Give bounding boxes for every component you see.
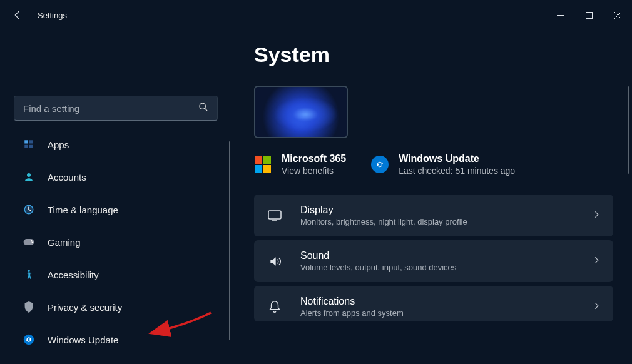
bell-icon xyxy=(267,299,283,315)
sidebar-scrollbar[interactable] xyxy=(229,141,230,340)
card-subtitle: Alerts from apps and system xyxy=(300,308,574,318)
maximize-button[interactable] xyxy=(574,5,603,25)
svg-rect-1 xyxy=(586,12,592,18)
app-title: Settings xyxy=(38,11,67,20)
card-subtitle: Volume levels, output, input, sound devi… xyxy=(300,263,574,272)
close-icon xyxy=(614,12,621,19)
main-content: System Microsoft 365 View benefits Windo… xyxy=(232,30,632,364)
sidebar-item-label: Windows Update xyxy=(48,335,118,345)
accounts-icon xyxy=(23,171,35,183)
microsoft365-block[interactable]: Microsoft 365 View benefits xyxy=(254,153,346,176)
apps-icon xyxy=(23,138,35,151)
main-scrollbar[interactable] xyxy=(628,86,629,174)
titlebar-left: Settings xyxy=(8,5,67,25)
chevron-right-icon xyxy=(592,210,601,221)
svg-point-15 xyxy=(28,270,30,272)
svg-point-14 xyxy=(32,242,34,244)
sidebar-item-windows-update[interactable]: Windows Update xyxy=(14,327,218,352)
sidebar-item-label: Gaming xyxy=(48,237,81,248)
card-sound[interactable]: Sound Volume levels, output, input, soun… xyxy=(254,240,613,282)
chevron-right-icon xyxy=(592,256,601,267)
clock-globe-icon xyxy=(23,203,35,216)
shield-icon xyxy=(23,301,35,313)
close-button[interactable] xyxy=(603,5,632,25)
display-icon xyxy=(267,208,283,224)
sound-icon xyxy=(267,253,283,270)
back-arrow-icon xyxy=(12,9,23,21)
back-button[interactable] xyxy=(8,5,28,25)
svg-point-13 xyxy=(31,240,33,242)
user-block xyxy=(14,30,218,96)
svg-point-16 xyxy=(24,335,34,345)
search-box[interactable] xyxy=(14,96,218,121)
windows-update-block[interactable]: Windows Update Last checked: 51 minutes … xyxy=(371,153,515,176)
search-input[interactable] xyxy=(23,103,198,114)
card-notifications[interactable]: Notifications Alerts from apps and syste… xyxy=(254,286,613,321)
update-icon xyxy=(23,333,35,346)
sidebar-item-apps[interactable]: Apps xyxy=(14,132,218,157)
wallpaper-preview-row xyxy=(254,86,613,138)
titlebar: Settings xyxy=(0,0,632,30)
accessibility-icon xyxy=(23,268,35,281)
sidebar-item-gaming[interactable]: Gaming xyxy=(14,230,218,255)
svg-rect-6 xyxy=(24,140,28,143)
sidebar-item-label: Accessibility xyxy=(48,270,99,280)
svg-rect-9 xyxy=(29,145,33,148)
window-controls xyxy=(546,5,632,25)
settings-cards: Display Monitors, brightness, night ligh… xyxy=(254,195,613,321)
windows-update-subtitle: Last checked: 51 minutes ago xyxy=(399,166,515,176)
microsoft365-title: Microsoft 365 xyxy=(282,153,346,164)
microsoft365-subtitle: View benefits xyxy=(282,166,346,176)
svg-point-10 xyxy=(27,173,31,177)
minimize-icon xyxy=(557,12,564,19)
sidebar-item-privacy-security[interactable]: Privacy & security xyxy=(14,295,218,320)
search-icon xyxy=(198,102,208,114)
wallpaper-preview[interactable] xyxy=(254,86,348,138)
card-title: Sound xyxy=(300,250,574,261)
svg-rect-8 xyxy=(24,145,28,148)
svg-rect-7 xyxy=(29,140,33,143)
svg-line-5 xyxy=(205,108,207,111)
card-title: Display xyxy=(300,205,574,216)
sidebar-item-label: Time & language xyxy=(48,205,118,215)
chevron-right-icon xyxy=(592,301,601,313)
sidebar-item-label: Accounts xyxy=(48,172,86,183)
card-display[interactable]: Display Monitors, brightness, night ligh… xyxy=(254,195,613,236)
sidebar-item-label: Privacy & security xyxy=(48,302,122,313)
sidebar-item-label: Apps xyxy=(48,139,69,150)
sidebar-item-accessibility[interactable]: Accessibility xyxy=(14,262,218,287)
card-subtitle: Monitors, brightness, night light, displ… xyxy=(300,217,574,226)
maximize-icon xyxy=(586,12,593,19)
microsoft-logo-icon xyxy=(254,156,272,173)
info-row: Microsoft 365 View benefits Windows Upda… xyxy=(254,153,613,176)
svg-rect-17 xyxy=(268,211,281,219)
svg-point-4 xyxy=(200,103,205,109)
sidebar: Apps Accounts Time & language Gaming Acc… xyxy=(0,30,232,364)
card-title: Notifications xyxy=(300,296,574,307)
gaming-icon xyxy=(23,236,35,248)
page-title: System xyxy=(254,43,613,67)
windows-update-icon xyxy=(371,156,389,173)
sidebar-item-time-language[interactable]: Time & language xyxy=(14,197,218,222)
minimize-button[interactable] xyxy=(546,5,574,25)
sidebar-item-accounts[interactable]: Accounts xyxy=(14,164,218,190)
nav-list: Apps Accounts Time & language Gaming Acc… xyxy=(14,132,218,358)
windows-update-title: Windows Update xyxy=(399,153,515,164)
